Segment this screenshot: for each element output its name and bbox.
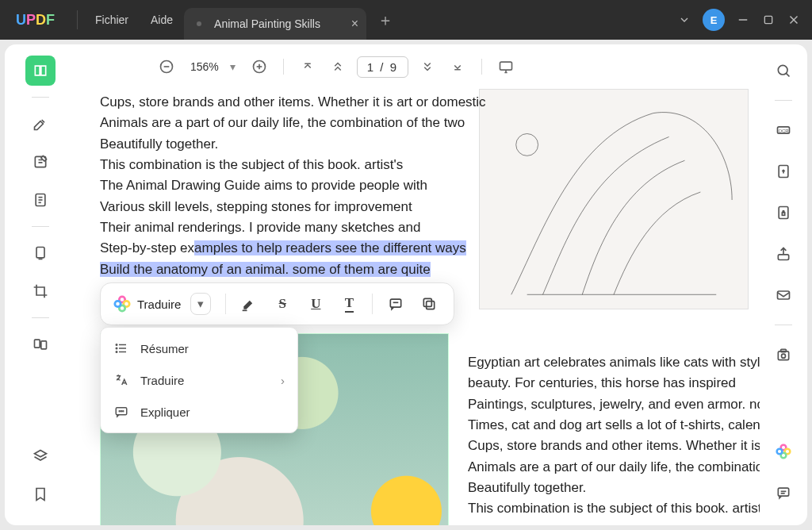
translate-button[interactable]: Traduire ▾ <box>112 293 216 315</box>
chat-icon <box>113 404 129 420</box>
svg-rect-11 <box>41 341 47 349</box>
squiggly-button[interactable]: T <box>335 290 362 317</box>
text-line: Beautifully together. <box>100 134 488 155</box>
menu-label: Expliquer <box>140 405 190 419</box>
page-number: 1 / 9 <box>367 60 398 74</box>
page-viewport[interactable]: Cups, store brands and other items. Whet… <box>76 89 760 525</box>
divider <box>775 100 792 101</box>
svg-rect-9 <box>36 248 44 258</box>
text-block-left[interactable]: Cups, store brands and other items. Whet… <box>100 92 488 280</box>
text-block-right[interactable]: Egyptian art celebrates animals like cat… <box>468 352 760 520</box>
sidebar-edit-button[interactable] <box>25 147 56 177</box>
top-toolbar: 156% ▾ 1 / 9 <box>76 44 760 89</box>
chevron-right-icon: › <box>281 374 285 387</box>
menu-help[interactable]: Aide <box>140 13 184 26</box>
menu-explain[interactable]: Expliquer <box>101 396 297 428</box>
titlebar: UPDF Fichier Aide Animal Painting Skills… <box>0 0 812 40</box>
svg-point-36 <box>121 411 121 412</box>
svg-point-35 <box>119 411 120 412</box>
svg-point-23 <box>115 301 121 306</box>
text-line: Egyptian art celebrates animals like cat… <box>468 352 760 373</box>
menu-file[interactable]: Fichier <box>84 13 140 26</box>
text-line: Build the anatomy of an animal. some of … <box>100 259 488 280</box>
menu-summarize[interactable]: Résumer <box>101 332 297 364</box>
sidebar-organize-button[interactable] <box>25 238 56 268</box>
svg-rect-27 <box>424 298 432 306</box>
sidebar-layers-button[interactable] <box>25 441 56 471</box>
svg-line-39 <box>786 73 789 76</box>
tab-indicator-icon <box>197 21 201 26</box>
ocr-button[interactable]: OCR <box>768 115 799 145</box>
prev-page-button[interactable] <box>327 56 349 78</box>
protect-button[interactable] <box>768 198 799 228</box>
compress-button[interactable] <box>768 156 799 186</box>
svg-point-33 <box>116 351 117 353</box>
menu-translate[interactable]: Traduire › <box>101 364 297 396</box>
text-line: This combination is the subject of this … <box>468 498 760 519</box>
sidebar-compare-button[interactable] <box>25 329 56 359</box>
selection-toolbar: Traduire ▾ S U T <box>100 282 454 325</box>
first-page-button[interactable] <box>297 56 319 78</box>
text-line: Animals are a part of our daily life, th… <box>100 113 488 133</box>
text-line: Their animal renderings. I provide many … <box>100 217 488 238</box>
window-minimize-button[interactable] <box>736 13 750 27</box>
search-button[interactable] <box>768 56 799 86</box>
export-button[interactable] <box>768 340 799 370</box>
avatar-initial: E <box>710 14 718 26</box>
sidebar-pages-button[interactable] <box>25 185 56 215</box>
svg-point-32 <box>116 348 117 349</box>
close-icon[interactable]: × <box>351 17 358 31</box>
highlight-button[interactable] <box>236 290 262 317</box>
strikethrough-button[interactable]: S <box>269 290 296 317</box>
translate-label: Traduire <box>137 298 181 311</box>
avatar[interactable]: E <box>703 9 725 31</box>
underline-button[interactable]: U <box>302 290 329 317</box>
text-line: Paintings, sculptures, jewelry, and even… <box>468 394 760 415</box>
next-page-button[interactable] <box>416 56 439 78</box>
new-tab-button[interactable]: ＋ <box>366 10 404 31</box>
window-close-button[interactable] <box>787 13 801 27</box>
menu-label: Traduire <box>140 374 184 387</box>
app-logo: UPDF <box>0 12 71 29</box>
chevron-down-icon[interactable]: ▾ <box>190 293 211 315</box>
divider <box>32 317 49 318</box>
last-page-button[interactable] <box>446 56 469 78</box>
sidebar-crop-button[interactable] <box>25 276 56 306</box>
text-line: Cups, store brands and other items. Whet… <box>100 92 488 113</box>
text-line: Times, cat and dog art sells a lot of t-… <box>468 415 760 436</box>
right-sidebar: OCR <box>760 44 807 525</box>
share-button[interactable] <box>768 239 799 269</box>
svg-text:OCR: OCR <box>779 129 789 133</box>
comment-button[interactable] <box>382 290 409 317</box>
sidebar-reader-button[interactable] <box>25 56 56 86</box>
svg-rect-54 <box>778 488 788 496</box>
presentation-button[interactable] <box>495 56 517 78</box>
zoom-value: 156% <box>190 60 219 73</box>
svg-point-48 <box>782 354 786 358</box>
svg-point-53 <box>777 449 783 455</box>
svg-point-37 <box>123 411 124 412</box>
divider <box>775 325 792 325</box>
comments-panel-button[interactable] <box>768 478 799 508</box>
zoom-out-button[interactable] <box>155 56 178 78</box>
tab-title: Animal Painting Skills <box>214 17 320 30</box>
document-area: 156% ▾ 1 / 9 Cups, store brands and othe… <box>76 44 760 525</box>
list-icon <box>113 340 129 356</box>
window-maximize-button[interactable] <box>761 13 776 27</box>
text-line: The Animal Drawing Guide aims to provide… <box>100 175 488 196</box>
email-button[interactable] <box>768 280 799 310</box>
zoom-in-button[interactable] <box>248 56 270 78</box>
page-indicator[interactable]: 1 / 9 <box>357 56 408 78</box>
copy-button[interactable] <box>416 290 442 317</box>
divider <box>32 97 49 98</box>
text-line: This combination is the subject of this … <box>100 155 488 175</box>
sidebar-bookmark-button[interactable] <box>25 479 56 509</box>
left-sidebar <box>5 44 76 525</box>
ai-assistant-button[interactable] <box>768 436 799 467</box>
svg-rect-46 <box>778 291 790 299</box>
chevron-down-icon[interactable] <box>677 13 691 27</box>
svg-point-31 <box>116 344 117 346</box>
zoom-dropdown-icon[interactable]: ▾ <box>230 60 236 73</box>
sidebar-annotate-button[interactable] <box>25 109 56 139</box>
tab-document[interactable]: Animal Painting Skills × <box>184 8 366 40</box>
